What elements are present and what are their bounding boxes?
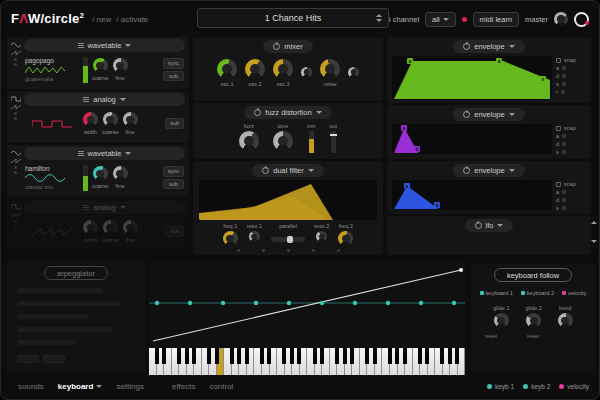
out-slider[interactable]	[331, 131, 336, 153]
keyb1-dot[interactable]	[487, 384, 492, 389]
arp-control[interactable]	[17, 288, 103, 293]
power-icon[interactable]	[475, 222, 482, 229]
saw-wave-icon[interactable]	[11, 50, 21, 56]
arp-control[interactable]	[17, 314, 89, 319]
piano-key-black[interactable]	[448, 348, 452, 364]
midi-learn-button[interactable]: midi learn	[473, 12, 520, 27]
osc1-preset-name[interactable]: pagopago	[25, 57, 79, 64]
tab-control[interactable]: control	[202, 382, 240, 391]
envelope-1-header[interactable]: envelope	[453, 40, 524, 53]
mod-dot[interactable]	[337, 249, 340, 252]
osc4-type-selector[interactable]: analog	[24, 201, 185, 214]
piano-key-black[interactable]	[245, 348, 249, 364]
piano-key-black[interactable]	[440, 348, 444, 364]
power-icon[interactable]	[254, 109, 261, 116]
tab-settings[interactable]: settings	[109, 382, 151, 391]
osc2-width-knob[interactable]	[83, 112, 98, 127]
keyboard-2-swatch[interactable]	[521, 291, 525, 295]
piano-key-black[interactable]	[162, 348, 166, 364]
osc4-fine-knob[interactable]	[123, 220, 138, 235]
snap-toggle[interactable]	[556, 58, 561, 63]
mod-dot[interactable]	[312, 249, 315, 252]
tab-effects[interactable]: effects	[165, 382, 202, 391]
osc1-type-selector[interactable]: wavetable	[24, 39, 185, 52]
osc3-type-selector[interactable]: wavetable	[24, 147, 185, 160]
osc3-level-slider[interactable]	[83, 165, 88, 191]
osc4-coarse-knob[interactable]	[103, 220, 118, 235]
velocity-swatch[interactable]	[562, 291, 566, 295]
sine-wave-icon[interactable]	[11, 42, 21, 48]
mod-scrollbar[interactable]	[591, 221, 597, 243]
mix-slider[interactable]	[309, 131, 314, 153]
scroll-up-icon[interactable]	[591, 221, 597, 224]
freq2-knob[interactable]	[338, 231, 353, 246]
sustain-handle[interactable]: s	[540, 76, 546, 82]
routing-dot[interactable]	[14, 220, 17, 223]
envelope-2-display[interactable]: a d	[392, 124, 552, 154]
routing-dot[interactable]	[14, 171, 17, 174]
keyboard-follow-graph[interactable]	[149, 261, 465, 347]
piano-key-black[interactable]	[313, 348, 317, 364]
mixer-aux-knob[interactable]	[301, 67, 312, 78]
mod-dot[interactable]	[287, 249, 290, 252]
mod-dot[interactable]	[562, 74, 566, 78]
mod-dot[interactable]	[562, 198, 566, 202]
keyboard-follow-header[interactable]: keyboard follow	[494, 268, 572, 282]
scroll-down-icon[interactable]	[591, 240, 597, 243]
routing-dot[interactable]	[14, 117, 17, 120]
osc3-sub-button[interactable]: sub	[163, 179, 184, 190]
routing-dot[interactable]	[14, 166, 17, 169]
saw-wave-icon[interactable]	[11, 158, 21, 164]
mixer-osc2-knob[interactable]	[245, 59, 265, 79]
osc3-fine-knob[interactable]	[113, 166, 128, 181]
piano-key-black[interactable]	[155, 348, 159, 364]
envelope-2-header[interactable]: envelope	[453, 108, 524, 121]
filter-response-display[interactable]	[199, 180, 377, 220]
mod-dot[interactable]	[562, 206, 566, 210]
routing-dot[interactable]	[14, 112, 17, 115]
velocity-dot[interactable]	[559, 384, 564, 389]
mixer-noise-knob[interactable]	[320, 59, 340, 79]
osc3-preset-alt[interactable]: classic trio	[25, 184, 79, 190]
arp-toggle-button[interactable]	[17, 355, 39, 363]
tone-knob[interactable]	[273, 131, 293, 151]
osc4-width-knob[interactable]	[83, 220, 98, 235]
tab-sounds[interactable]: sounds	[11, 382, 51, 391]
filter-header[interactable]: dual filter	[252, 164, 323, 177]
attack-handle[interactable]: a	[401, 125, 407, 131]
snap-toggle[interactable]	[556, 126, 561, 131]
preset-selector[interactable]: 1 Chance Hits	[197, 8, 389, 28]
piano-key-black[interactable]	[335, 348, 339, 364]
routing-dot[interactable]	[14, 58, 17, 61]
osc1-sub-button[interactable]: sub	[163, 71, 184, 82]
preset-step-arrows[interactable]	[376, 14, 382, 22]
envelope-3-display[interactable]: a d	[392, 180, 552, 210]
mod-dot[interactable]	[262, 249, 265, 252]
arp-control[interactable]	[17, 327, 113, 332]
chevron-down-icon[interactable]	[376, 19, 382, 22]
envelope-3-header[interactable]: envelope	[453, 164, 524, 177]
square-wave-icon[interactable]	[11, 204, 21, 210]
mod-dot[interactable]	[562, 82, 566, 86]
new-link[interactable]: / new	[92, 15, 111, 24]
tab-keyboard[interactable]: keyboard	[51, 382, 110, 391]
piano-key-black[interactable]	[350, 348, 354, 364]
mod-dot[interactable]	[562, 134, 566, 138]
power-icon[interactable]	[273, 43, 280, 50]
piano-key-black[interactable]	[418, 348, 422, 364]
reso1-knob[interactable]	[249, 231, 260, 242]
piano-key-black[interactable]	[215, 348, 219, 364]
piano-key-black[interactable]	[207, 348, 211, 364]
master-knob[interactable]	[554, 12, 568, 26]
power-icon[interactable]	[463, 111, 470, 118]
parallel-slider[interactable]	[271, 237, 305, 242]
piano-keyboard[interactable]	[149, 348, 465, 375]
arp-control[interactable]	[17, 301, 121, 306]
piano-key-black[interactable]	[388, 348, 392, 364]
mod-dot[interactable]	[237, 249, 240, 252]
piano-key-black[interactable]	[373, 348, 377, 364]
midi-channel-select[interactable]: all	[425, 12, 456, 27]
osc3-preset-name[interactable]: hamilton	[25, 165, 79, 172]
keyb2-dot[interactable]	[523, 384, 528, 389]
power-icon[interactable]	[463, 167, 470, 174]
